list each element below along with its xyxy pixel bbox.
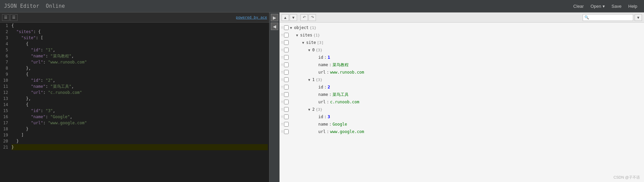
ace-credit[interactable]: powered by ace: [236, 15, 267, 20]
tree-node: ⠿id: 3: [280, 113, 644, 121]
app-title: JSON Editor Online: [4, 3, 65, 9]
node-checkbox[interactable]: [284, 77, 289, 82]
node-key: id: [318, 114, 323, 119]
node-checkbox[interactable]: [284, 129, 289, 134]
main-area: ☰ ☰ powered by ace 123456789101112131415…: [0, 12, 644, 182]
expand-panel-button[interactable]: ▶: [271, 14, 278, 21]
clear-button[interactable]: Clear: [571, 2, 586, 10]
drag-handle-icon[interactable]: ⠿: [281, 115, 283, 119]
node-key: name: [318, 62, 328, 67]
node-value: www.runoob.com: [330, 70, 364, 75]
topbar: JSON Editor Online Clear Open ▾ Save Hel…: [0, 0, 644, 12]
node-key: id: [318, 55, 323, 60]
save-button[interactable]: Save: [609, 2, 624, 10]
tree-node: ⠿▼site [3]: [280, 39, 644, 46]
node-checkbox[interactable]: [284, 25, 289, 30]
drag-handle-icon[interactable]: ⠿: [281, 123, 283, 126]
search-icon: 🔍: [584, 15, 589, 20]
node-checkbox[interactable]: [284, 48, 289, 52]
tree-sort-desc-button[interactable]: ▼: [290, 14, 297, 21]
search-input[interactable]: [589, 16, 630, 20]
node-key: site: [306, 40, 316, 45]
search-box: 🔍: [583, 14, 633, 21]
tree-node: ⠿id: 1: [280, 54, 644, 61]
panel-buttons: ▶ ◀: [269, 12, 280, 182]
node-key: sites: [300, 33, 312, 37]
drag-handle-icon[interactable]: ⠿: [281, 71, 283, 74]
node-value: 3: [328, 114, 330, 119]
node-checkbox[interactable]: [284, 33, 289, 37]
node-key: id: [318, 85, 323, 89]
drag-handle-icon[interactable]: ⠿: [281, 48, 283, 52]
node-key: name: [318, 122, 328, 127]
code-content[interactable]: { "sites": { "site": [ { "id": "1", "nam…: [10, 23, 269, 182]
node-type: {3}: [316, 78, 322, 82]
node-checkbox[interactable]: [284, 85, 289, 89]
drag-handle-icon[interactable]: ⠿: [281, 108, 283, 111]
tree-filter-button[interactable]: ▼: [635, 14, 642, 21]
node-key: object: [294, 25, 309, 30]
drag-handle-icon[interactable]: ⠿: [281, 100, 283, 104]
node-value: Google: [332, 122, 347, 127]
node-checkbox[interactable]: [284, 107, 289, 112]
node-type: {1}: [313, 33, 320, 37]
tree-toggle-icon[interactable]: ▼: [308, 108, 312, 111]
drag-handle-icon[interactable]: ⠿: [281, 78, 283, 82]
watermark: CSDN @子不语: [614, 175, 640, 180]
node-checkbox[interactable]: [284, 55, 289, 60]
tree-undo-button[interactable]: ↶: [300, 14, 308, 21]
tree-node: ⠿name: Google: [280, 121, 644, 128]
open-button[interactable]: Open ▾: [588, 2, 607, 10]
drag-handle-icon[interactable]: ⠿: [281, 33, 283, 37]
left-editor-panel: ☰ ☰ powered by ace 123456789101112131415…: [0, 12, 269, 182]
tree-toggle-icon[interactable]: ▼: [302, 41, 305, 45]
node-checkbox[interactable]: [284, 100, 289, 104]
node-key: url: [318, 70, 326, 75]
node-checkbox[interactable]: [284, 70, 289, 75]
tree-node: ⠿▼1 {3}: [280, 76, 644, 83]
editor-toolbar: ☰ ☰ powered by ace: [0, 12, 269, 23]
node-key: name: [318, 92, 328, 97]
collapse-panel-button[interactable]: ◀: [271, 23, 278, 30]
node-type: [3]: [317, 41, 324, 45]
drag-handle-icon[interactable]: ⠿: [281, 93, 283, 97]
tree-redo-button[interactable]: ↷: [309, 14, 316, 21]
code-lines: 123456789101112131415161718192021 { "sit…: [0, 23, 269, 182]
tree-node: ⠿▼sites {1}: [280, 31, 644, 39]
code-area[interactable]: 123456789101112131415161718192021 { "sit…: [0, 23, 269, 182]
node-key: 2: [312, 107, 315, 112]
node-value: 菜鸟教程: [332, 62, 349, 68]
node-checkbox[interactable]: [284, 62, 289, 67]
node-value: www.google.com: [330, 129, 364, 134]
drag-handle-icon[interactable]: ⠿: [281, 85, 283, 89]
tree-sort-asc-button[interactable]: ▲: [282, 14, 289, 21]
node-checkbox[interactable]: [284, 40, 289, 45]
format-button[interactable]: ☰: [2, 14, 9, 21]
right-panel: ▲ ▼ ↶ ↷ 🔍 ▼ ⠿▼object {1}⠿▼sites {1}⠿▼sit…: [280, 12, 644, 182]
tree-toggle-icon[interactable]: ▼: [308, 48, 312, 52]
drag-handle-icon[interactable]: ⠿: [281, 56, 283, 59]
node-checkbox[interactable]: [284, 122, 289, 127]
node-key: url: [318, 129, 326, 134]
compact-button[interactable]: ☰: [10, 14, 18, 21]
node-checkbox[interactable]: [284, 114, 289, 119]
tree-node: ⠿url: c.runoob.com: [280, 98, 644, 106]
tree-area: ⠿▼object {1}⠿▼sites {1}⠿▼site [3]⠿▼0 {3}…: [280, 23, 644, 182]
node-checkbox[interactable]: [284, 92, 289, 97]
tree-node: ⠿▼0 {3}: [280, 46, 644, 54]
tree-node: ⠿▼2 {3}: [280, 106, 644, 113]
line-numbers: 123456789101112131415161718192021: [0, 23, 10, 182]
node-value: 2: [328, 85, 330, 89]
tree-toggle-icon[interactable]: ▼: [290, 26, 293, 30]
drag-handle-icon[interactable]: ⠿: [281, 63, 283, 67]
node-key: 1: [312, 77, 315, 82]
node-value: 菜鸟工具: [332, 92, 349, 98]
help-button[interactable]: Help: [625, 2, 640, 10]
drag-handle-icon[interactable]: ⠿: [281, 130, 283, 134]
tree-node: ⠿name: 菜鸟工具: [280, 91, 644, 98]
tree-toggle-icon[interactable]: ▼: [308, 78, 312, 82]
drag-handle-icon[interactable]: ⠿: [281, 41, 283, 45]
tree-toolbar: ▲ ▼ ↶ ↷ 🔍 ▼: [280, 12, 644, 23]
drag-handle-icon[interactable]: ⠿: [281, 26, 283, 30]
tree-toggle-icon[interactable]: ▼: [296, 33, 299, 37]
